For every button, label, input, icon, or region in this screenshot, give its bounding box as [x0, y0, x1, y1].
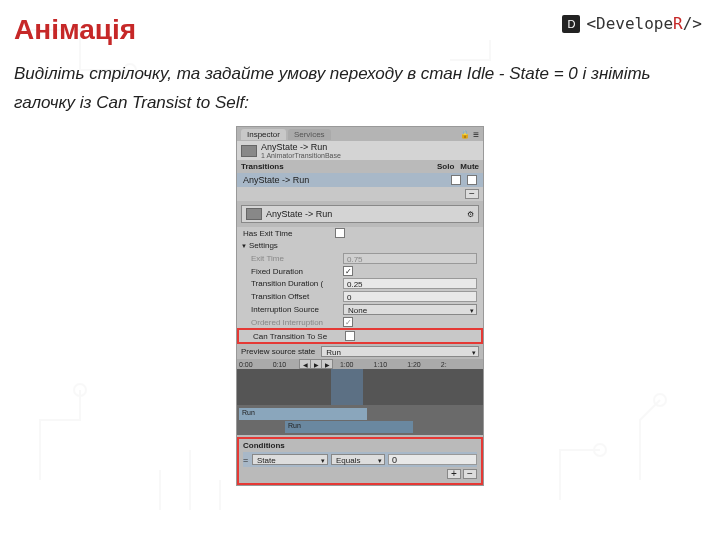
svg-point-3 [654, 394, 666, 406]
condition-row: = State Equals 0 [243, 452, 477, 467]
instruction-text: Виділіть стрілочку, та задайте умову пер… [14, 60, 696, 118]
remove-condition-button[interactable]: − [463, 469, 477, 479]
brand-text: <DevelopeR/> [586, 14, 702, 33]
transition-box-icon [246, 208, 262, 220]
solo-label: Solo [437, 162, 454, 171]
has-exit-time-checkbox[interactable] [335, 228, 345, 238]
ordered-interruption-checkbox: ✓ [343, 317, 353, 327]
has-exit-time-label: Has Exit Time [243, 229, 335, 238]
mute-checkbox[interactable] [467, 175, 477, 185]
prev-frame-button[interactable]: ◀ [300, 360, 310, 368]
tab-inspector[interactable]: Inspector [241, 129, 286, 140]
play-button[interactable]: ▶ [311, 360, 321, 368]
menu-icon[interactable]: ≡ [473, 129, 479, 140]
condition-op-dropdown[interactable]: Equals [331, 454, 385, 465]
clip-area: Run Run [237, 405, 483, 435]
transition-duration-field[interactable]: 0.25 [343, 278, 477, 289]
conditions-highlight: Conditions = State Equals 0 + − [237, 437, 483, 485]
fixed-duration-checkbox[interactable]: ✓ [343, 266, 353, 276]
fixed-duration-label: Fixed Duration [251, 267, 343, 276]
transition-base: 1 AnimatorTransitionBase [261, 152, 341, 159]
mute-label: Mute [460, 162, 479, 171]
can-transition-label: Can Transition To Se [253, 332, 345, 341]
brand-badge: D [562, 15, 580, 33]
transition-drop-area: AnyState -> Run ⚙ [237, 201, 483, 227]
condition-value-field[interactable]: 0 [388, 454, 477, 465]
solo-checkbox[interactable] [451, 175, 461, 185]
transition-offset-label: Transition Offset [251, 292, 343, 301]
unity-inspector-panel: Inspector Services 🔒 ≡ AnyState -> Run 1… [236, 126, 484, 486]
preview-source-dropdown[interactable]: Run [321, 346, 479, 357]
transition-name: AnyState -> Run [261, 142, 341, 152]
next-frame-button[interactable]: ▶ [322, 360, 332, 368]
transitions-heading: Transitions Solo Mute [237, 160, 483, 173]
svg-point-2 [594, 444, 606, 456]
timeline-blend-region[interactable] [331, 369, 363, 405]
remove-transition-button[interactable]: − [465, 189, 479, 199]
exit-time-label: Exit Time [251, 254, 343, 263]
transition-duration-label: Transition Duration ( [251, 279, 343, 288]
interruption-source-label: Interruption Source [251, 305, 343, 314]
conditions-heading: Conditions [243, 441, 477, 452]
source-clip[interactable]: Run [239, 408, 367, 420]
timeline-ruler: 0:000:100:201:001:101:202: [237, 359, 483, 369]
transition-list-item[interactable]: AnyState -> Run [237, 173, 483, 187]
transition-thumb-icon [241, 145, 257, 157]
transition-offset-field[interactable]: 0 [343, 291, 477, 302]
transition-box[interactable]: AnyState -> Run ⚙ [241, 205, 479, 223]
settings-foldout[interactable]: Settings [237, 239, 483, 252]
ordered-interruption-label: Ordered Interruption [251, 318, 343, 327]
dest-clip[interactable]: Run [285, 421, 413, 433]
brand-logo: D <DevelopeR/> [562, 14, 702, 33]
transition-timeline[interactable]: 0:000:100:201:001:101:202: ◀ ▶ ▶ [237, 359, 483, 405]
lock-icon[interactable]: 🔒 [460, 130, 470, 139]
can-transition-checkbox[interactable] [345, 331, 355, 341]
page-title: Анімація [14, 14, 136, 46]
timeline-play-controls: ◀ ▶ ▶ [299, 359, 333, 369]
add-condition-button[interactable]: + [447, 469, 461, 479]
interruption-source-dropdown[interactable]: None [343, 304, 477, 315]
gear-icon[interactable]: ⚙ [467, 210, 474, 219]
can-transition-highlight: Can Transition To Se [237, 328, 483, 344]
svg-point-1 [74, 384, 86, 396]
tab-services[interactable]: Services [288, 129, 331, 140]
transition-header: AnyState -> Run 1 AnimatorTransitionBase [237, 141, 483, 160]
inspector-tabs: Inspector Services 🔒 ≡ [237, 127, 483, 141]
preview-source-heading: Preview source state Run [237, 344, 483, 359]
exit-time-field: 0.75 [343, 253, 477, 264]
condition-param-dropdown[interactable]: State [252, 454, 328, 465]
